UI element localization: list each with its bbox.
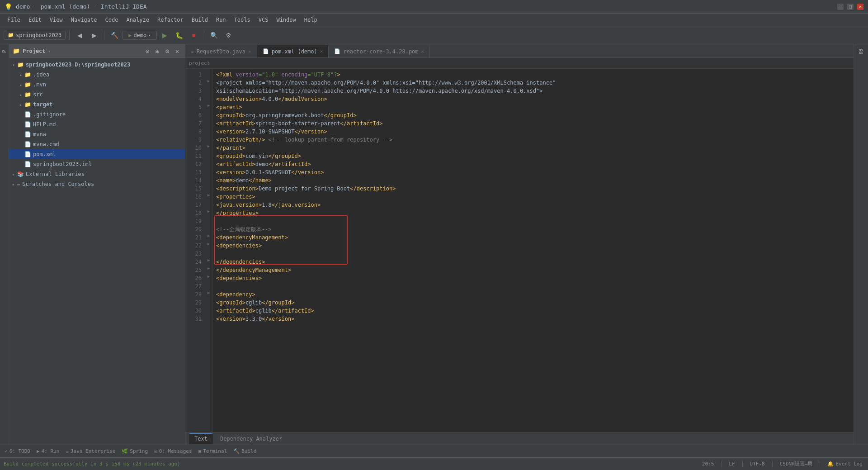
project-selector[interactable]: 📁 springboot2023 — [4, 31, 66, 40]
chevron-down-icon[interactable]: ▾ — [48, 49, 51, 53]
menu-item-edit[interactable]: Edit — [25, 16, 45, 24]
menu-item-vcs[interactable]: VCS — [255, 16, 272, 24]
settings-button[interactable]: ⚙ — [222, 29, 235, 42]
code-line[interactable]: <artifactId>spring-boot-starter-parent</… — [212, 119, 854, 128]
event-log-button[interactable]: 🔔 Event Log — [826, 461, 864, 467]
gutter-fold-icon[interactable]: ▶ — [205, 264, 212, 272]
indent-selector[interactable]: CSDNR设置—局 — [778, 461, 815, 467]
gutter-fold-icon[interactable]: ▶ — [205, 101, 212, 109]
gutter-fold-icon[interactable]: ▶ — [205, 207, 212, 215]
tree-item--gitignore[interactable]: 📄.gitignore — [9, 109, 185, 119]
editor-tab-0[interactable]: ☕RequestDto.java✕ — [185, 45, 257, 57]
minimize-button[interactable]: — — [837, 4, 844, 10]
menu-item-navigate[interactable]: Navigate — [67, 16, 101, 24]
tree-item--idea[interactable]: ▸📁.idea — [9, 70, 185, 80]
code-line[interactable]: </dependencies> — [212, 258, 854, 266]
encoding-selector[interactable]: UTF-8 — [748, 461, 767, 467]
messages-button[interactable]: ✉ 0: Messages — [151, 447, 194, 455]
menu-item-tools[interactable]: Tools — [231, 16, 254, 24]
tree-item-help-md[interactable]: 📄HELP.md — [9, 119, 185, 129]
menu-item-file[interactable]: File — [4, 16, 24, 24]
tree-item--mvn[interactable]: ▸📁.mvn — [9, 80, 185, 90]
code-line[interactable] — [212, 217, 854, 225]
gutter-fold-icon[interactable]: ▶ — [205, 142, 212, 150]
bottom-tab-1[interactable]: Dependency Analyzer — [215, 433, 288, 444]
code-line[interactable]: <name>demo</name> — [212, 176, 854, 185]
code-line[interactable]: <artifactId>cglib</artifactId> — [212, 307, 854, 315]
java-enterprise-button[interactable]: ☕ Java Enterprise — [63, 447, 118, 455]
run-config-selector[interactable]: ▶ demo ▾ — [123, 31, 157, 40]
tree-item-springboot2023-iml[interactable]: 📄springboot2023.iml — [9, 159, 185, 169]
code-line[interactable]: </parent> — [212, 144, 854, 152]
tree-item-mvnw[interactable]: 📄mvnw — [9, 129, 185, 139]
menu-item-build[interactable]: Build — [188, 16, 212, 24]
gutter-fold-icon[interactable]: ▶ — [205, 191, 212, 199]
code-line[interactable]: <java.version>1.8</java.version> — [212, 201, 854, 209]
maximize-button[interactable]: □ — [847, 4, 854, 10]
code-line[interactable]: <!--全局锁定版本--> — [212, 225, 854, 233]
gutter-fold-icon[interactable]: ▶ — [205, 232, 212, 240]
code-line[interactable]: <version>2.7.10-SNAPSHOT</version> — [212, 128, 854, 136]
database-button[interactable]: DB — [856, 46, 867, 57]
spring-button[interactable]: 🌿 Spring — [119, 447, 151, 455]
code-line[interactable]: <artifactId>demo</artifactId> — [212, 160, 854, 168]
gutter-fold-icon[interactable]: ▶ — [205, 272, 212, 280]
tree-item-external-libraries[interactable]: ▸📚External Libraries — [9, 169, 185, 179]
gutter-fold-icon[interactable]: ▶ — [205, 256, 212, 264]
tree-item-target[interactable]: ▸📁target — [9, 100, 185, 109]
code-line[interactable]: <relativePath/> <!-- lookup parent from … — [212, 136, 854, 144]
caret-position[interactable]: 20:5 — [700, 461, 716, 467]
code-line[interactable]: <properties> — [212, 193, 854, 201]
code-line[interactable]: <parent> — [212, 103, 854, 111]
menu-item-view[interactable]: View — [46, 16, 66, 24]
menu-item-analyze[interactable]: Analyze — [123, 16, 153, 24]
tab-close-button[interactable]: ✕ — [248, 48, 251, 54]
build-tool-button[interactable]: 🔨 Build — [231, 447, 259, 455]
search-everywhere-button[interactable]: 🔍 — [208, 29, 221, 42]
code-editor[interactable]: <?xml version="1.0" encoding="UTF-8"?><p… — [212, 69, 854, 432]
code-line[interactable]: <dependency> — [212, 290, 854, 299]
code-line[interactable]: </properties> — [212, 209, 854, 217]
menu-item-code[interactable]: Code — [102, 16, 122, 24]
build-button[interactable]: 🔨 — [108, 29, 121, 42]
code-line[interactable]: <?xml version="1.0" encoding="UTF-8"?> — [212, 71, 854, 79]
code-line[interactable]: </dependencyManagement> — [212, 266, 854, 274]
tree-item-springboot2023[interactable]: ▾📁springboot2023 D:\springboot2023 — [9, 60, 185, 70]
forward-button[interactable]: ▶ — [88, 29, 100, 42]
code-line[interactable]: <version>3.3.0</version> — [212, 315, 854, 323]
tree-item-pom-xml[interactable]: 📄pom.xml — [9, 149, 185, 159]
line-separator[interactable]: LF — [727, 461, 736, 467]
run-tool-button[interactable]: ▶ 4: Run — [34, 447, 62, 455]
code-line[interactable]: <groupId>com.yin</groupId> — [212, 152, 854, 160]
project-tool-icon[interactable]: P — [1, 48, 7, 55]
tab-close-button[interactable]: ✕ — [421, 48, 425, 54]
code-line[interactable]: <groupId>cglib</groupId> — [212, 299, 854, 307]
terminal-button[interactable]: ▣ Terminal — [196, 447, 230, 455]
todo-button[interactable]: ✓ 6: TODO — [2, 447, 33, 455]
code-line[interactable] — [212, 250, 854, 258]
editor-tab-2[interactable]: 📄reactor-core-3.4.28.pom✕ — [329, 45, 430, 57]
run-button[interactable]: ▶ — [159, 29, 171, 42]
stop-button[interactable]: ■ — [188, 29, 200, 42]
settings-gear-icon[interactable]: ⚙ — [163, 47, 171, 55]
expand-all-button[interactable]: ⊞ — [153, 47, 161, 55]
code-line[interactable]: <version>0.0.1-SNAPSHOT</version> — [212, 168, 854, 176]
menu-item-window[interactable]: Window — [273, 16, 299, 24]
code-line[interactable]: <groupId>org.springframework.boot</group… — [212, 111, 854, 119]
editor-tab-1[interactable]: 📄pom.xml (demo)✕ — [257, 45, 329, 57]
close-panel-button[interactable]: ✕ — [173, 47, 181, 55]
menu-item-help[interactable]: Help — [301, 16, 321, 24]
code-line[interactable]: <dependencyManagement> — [212, 233, 854, 242]
tree-item-src[interactable]: ▸📁src — [9, 90, 185, 100]
code-line[interactable]: <dependencies> — [212, 242, 854, 250]
close-button[interactable]: ✕ — [857, 4, 863, 10]
gutter-fold-icon[interactable]: ▶ — [205, 240, 212, 248]
menu-item-run[interactable]: Run — [212, 16, 230, 24]
code-line[interactable] — [212, 282, 854, 290]
code-line[interactable]: <description>Demo project for Spring Boo… — [212, 185, 854, 193]
tree-item-scratches-and-consoles[interactable]: ▸✏Scratches and Consoles — [9, 179, 185, 189]
code-line[interactable]: <project xmlns="http://maven.apache.org/… — [212, 79, 854, 87]
back-button[interactable]: ◀ — [73, 29, 86, 42]
gutter-fold-icon[interactable]: ▶ — [205, 289, 212, 297]
code-line[interactable]: <dependencies> — [212, 274, 854, 282]
